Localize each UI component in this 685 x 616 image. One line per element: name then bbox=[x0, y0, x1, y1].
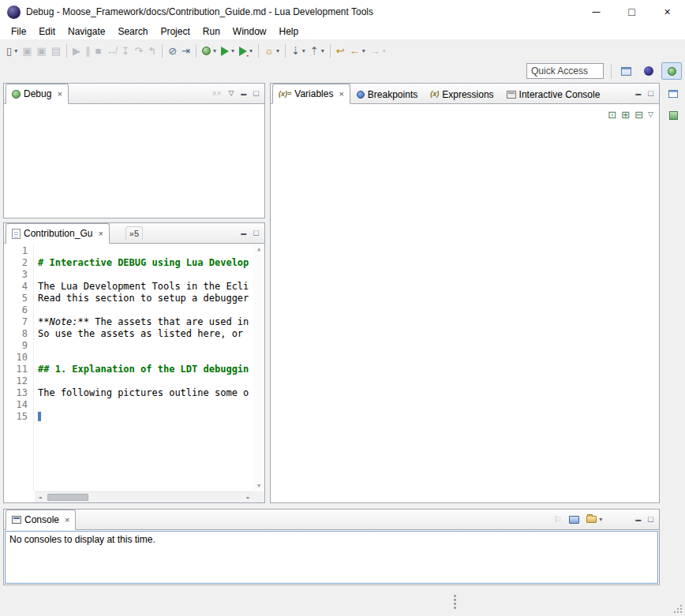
skip-all-breakpoints-button[interactable]: ⊘ bbox=[166, 43, 179, 60]
run-button[interactable]: ▾ bbox=[219, 43, 237, 60]
last-edit-location-button[interactable]: ↩ bbox=[334, 43, 347, 60]
menu-edit[interactable]: Edit bbox=[32, 24, 62, 39]
code-line bbox=[38, 245, 253, 257]
console-message: No consoles to display at this time. bbox=[6, 532, 657, 547]
ldt-perspective-button[interactable] bbox=[638, 62, 659, 80]
variables-content bbox=[271, 125, 659, 502]
debug-perspective-button[interactable] bbox=[661, 62, 682, 80]
scroll-down-icon[interactable]: ▼ bbox=[257, 483, 260, 489]
menu-navigate[interactable]: Navigate bbox=[62, 24, 111, 39]
editor-tab-overflow[interactable]: »5 bbox=[125, 226, 143, 240]
close-tab-icon[interactable]: × bbox=[65, 516, 69, 525]
menu-project[interactable]: Project bbox=[154, 24, 196, 39]
scroll-left-icon[interactable]: ◄ bbox=[35, 495, 45, 501]
tab-breakpoints[interactable]: Breakpoints bbox=[350, 84, 424, 103]
menu-file[interactable]: File bbox=[5, 24, 32, 39]
tab-debug[interactable]: Debug × bbox=[6, 84, 69, 104]
use-step-filters-button[interactable]: ⇥ bbox=[179, 43, 193, 60]
search-button[interactable]: ☼▾ bbox=[262, 43, 282, 60]
close-tab-icon[interactable]: × bbox=[98, 230, 103, 238]
maximize-button[interactable]: □ bbox=[251, 85, 261, 103]
show-logical-structures-icon: ⊞ bbox=[621, 110, 630, 120]
tab-interactive-console[interactable]: Interactive Console bbox=[500, 84, 607, 103]
secondary-toolbar bbox=[0, 61, 685, 81]
remove-all-terminated-icon: ×× bbox=[212, 90, 222, 98]
previous-annotation-button[interactable]: ⇡▾ bbox=[308, 43, 327, 60]
scroll-up-icon[interactable]: ▲ bbox=[257, 246, 260, 252]
print-button: ▤ bbox=[49, 43, 63, 60]
collapse-all-button[interactable]: ⊟ bbox=[632, 106, 646, 123]
tab-contribution-guide[interactable]: Contribution_Gu × bbox=[6, 223, 110, 244]
show-logical-structures-button[interactable]: ⊞ bbox=[619, 106, 632, 123]
menu-run[interactable]: Run bbox=[197, 24, 226, 39]
forward-button: →▾ bbox=[368, 43, 388, 60]
dropdown-arrow-icon: ▾ bbox=[302, 48, 305, 54]
minimize-button[interactable]: ▬ bbox=[633, 511, 643, 528]
maximize-window-button[interactable]: □ bbox=[614, 0, 649, 24]
step-return-icon: ↰ bbox=[148, 46, 156, 56]
code-line: ## 1. Explanation of the LDT debuggin bbox=[38, 364, 253, 375]
console-view: Console × ⚐▾▬□ No consoles to display at… bbox=[3, 509, 660, 585]
maximize-button[interactable]: □ bbox=[646, 85, 656, 103]
menu-window[interactable]: Window bbox=[226, 24, 273, 39]
view-menu-button[interactable]: ▽ bbox=[646, 106, 656, 123]
scroll-right-icon[interactable]: ► bbox=[243, 495, 253, 501]
display-selected-console-button[interactable] bbox=[567, 511, 582, 528]
external-tools-button[interactable]: ▪▾ bbox=[237, 43, 255, 60]
toolbar-separator bbox=[330, 44, 331, 58]
maximize-button[interactable]: □ bbox=[251, 225, 261, 242]
maximize-button[interactable]: □ bbox=[646, 511, 656, 528]
tab-label: Interactive Console bbox=[519, 90, 601, 99]
line-number: 11 bbox=[4, 364, 33, 375]
minimize-button[interactable]: ▬ bbox=[238, 85, 249, 103]
tab-label: Console bbox=[24, 515, 59, 525]
quick-access-input[interactable] bbox=[526, 63, 604, 79]
minimize-window-button[interactable]: ─ bbox=[578, 0, 614, 24]
code-line: So use the assets as listed here, or bbox=[38, 328, 253, 340]
variables-toolbar: ⊡⊞⊟▽ bbox=[271, 104, 659, 125]
markdown-file-icon bbox=[12, 229, 21, 239]
code-area[interactable]: # Interactive DEBUG using Lua DevelopThe… bbox=[35, 244, 253, 491]
horizontal-scrollbar[interactable]: ◄ ► bbox=[35, 491, 253, 502]
vertical-scrollbar[interactable]: ▲ ▼ bbox=[253, 244, 264, 491]
tab-expressions[interactable]: (x)Expressions bbox=[424, 84, 500, 103]
close-window-button[interactable]: × bbox=[649, 0, 685, 24]
dropdown-arrow-icon: ▾ bbox=[321, 48, 324, 54]
menu-search[interactable]: Search bbox=[111, 24, 154, 39]
restore-minimized-view-1-button[interactable] bbox=[664, 86, 682, 102]
minimize-button[interactable]: ▬ bbox=[238, 225, 249, 242]
right-stack-tabbar-buttons: ▬□ bbox=[633, 85, 659, 103]
scrollbar-thumb[interactable] bbox=[47, 494, 88, 501]
dropdown-arrow-icon: ▾ bbox=[231, 48, 234, 54]
line-number: 2 bbox=[4, 257, 33, 269]
minimize-button[interactable]: ▬ bbox=[633, 85, 643, 103]
open-perspective-button[interactable] bbox=[616, 62, 636, 80]
back-button[interactable]: ←▾ bbox=[347, 43, 368, 60]
toolbar-separator bbox=[196, 44, 197, 58]
step-into-icon: ↧ bbox=[121, 46, 129, 56]
tab-console[interactable]: Console × bbox=[6, 510, 76, 530]
new-wizard-button[interactable]: ▯▾ bbox=[4, 43, 20, 60]
menu-help[interactable]: Help bbox=[273, 24, 305, 39]
save-button: ▣ bbox=[20, 43, 34, 60]
next-annotation-button[interactable]: ⇣▾ bbox=[289, 43, 308, 60]
toolbar-separator bbox=[285, 44, 286, 58]
sash-handle[interactable] bbox=[454, 595, 456, 597]
tab-variables[interactable]: (x)=Variables× bbox=[272, 84, 350, 104]
resize-grip[interactable] bbox=[672, 603, 682, 613]
debug-button[interactable]: ▾ bbox=[200, 43, 219, 60]
show-type-names-button[interactable]: ⊡ bbox=[605, 106, 619, 123]
restore-minimized-view-2-button[interactable] bbox=[664, 107, 682, 123]
open-console-button[interactable]: ▾ bbox=[584, 511, 605, 528]
view-menu-button[interactable]: ▽ bbox=[226, 85, 236, 103]
terminate-button: ■ bbox=[93, 43, 104, 60]
ldt-perspective-icon bbox=[644, 66, 653, 76]
scrollbar-track[interactable] bbox=[45, 492, 243, 502]
maximize-icon: □ bbox=[648, 515, 653, 524]
editor-content[interactable]: 123456789101112131415 # Interactive DEBU… bbox=[4, 244, 264, 502]
close-tab-icon[interactable]: × bbox=[339, 90, 343, 99]
close-tab-icon[interactable]: × bbox=[57, 90, 62, 99]
suspend-icon: ∥ bbox=[85, 46, 91, 56]
code-line: **Note:** The assets that are used in bbox=[38, 316, 253, 328]
line-number: 13 bbox=[4, 387, 33, 399]
